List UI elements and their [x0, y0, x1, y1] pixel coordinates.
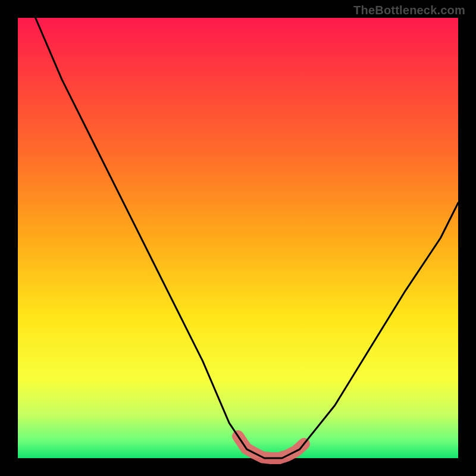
highlight-segment: [238, 436, 304, 458]
chart-frame: TheBottleneck.com: [0, 0, 476, 476]
plot-area: [18, 18, 458, 458]
attribution-watermark: TheBottleneck.com: [353, 4, 465, 17]
bottleneck-curve-line: [36, 18, 458, 458]
chart-svg: [18, 18, 458, 458]
